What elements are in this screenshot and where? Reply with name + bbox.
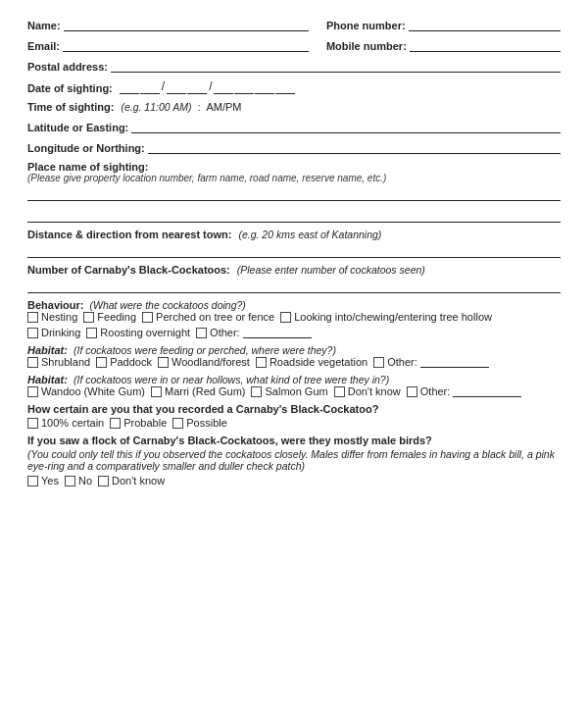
habitat2-other: Other: (407, 385, 522, 397)
email-input[interactable] (63, 38, 309, 52)
phone-label: Phone number: (326, 20, 406, 31)
date-year2[interactable] (234, 80, 254, 94)
h1other-input[interactable] (420, 356, 489, 368)
perched-checkbox[interactable] (142, 312, 153, 323)
postal-row: Postal address: (27, 59, 561, 73)
number-input[interactable] (27, 278, 561, 293)
postal-input[interactable] (111, 59, 561, 73)
yes-label: Yes (41, 475, 59, 486)
yes-checkbox[interactable] (27, 476, 38, 486)
habitat1-paddock: Paddock (96, 356, 152, 368)
certain100-checkbox[interactable] (27, 418, 38, 429)
name-phone-row: Name: Phone number: (27, 18, 561, 31)
time-row: Time of sighting: (e.g. 11:00 AM) : AM/P… (27, 101, 561, 113)
date-day[interactable] (120, 80, 139, 94)
behaviour-nesting: Nesting (27, 311, 77, 323)
distance-label: Distance & direction from nearest town: (27, 229, 231, 240)
salmon-checkbox[interactable] (251, 386, 262, 397)
fdontknow-checkbox[interactable] (98, 476, 109, 486)
habitat1-other: Other: (373, 356, 489, 368)
flock-label: If you saw a flock of Carnaby's Black-Co… (27, 435, 561, 446)
paddock-checkbox[interactable] (96, 357, 107, 368)
no-label: No (78, 475, 92, 486)
date-month[interactable] (167, 80, 186, 94)
feeding-label: Feeding (97, 311, 136, 323)
date-year3[interactable] (255, 80, 274, 94)
habitat2-row: Wandoo (White Gum) Marri (Red Gum) Salmo… (27, 385, 561, 397)
h2other-checkbox[interactable] (407, 386, 417, 397)
wandoo-checkbox[interactable] (27, 386, 38, 397)
time-label: Time of sighting: (27, 101, 114, 113)
habitat2-salmon: Salmon Gum (251, 385, 327, 397)
mobile-input[interactable] (410, 38, 561, 52)
certain-possible: Possible (172, 417, 227, 429)
habitat1-shrub: Shrubland (27, 356, 90, 368)
date-row: Date of sighting: / / (27, 79, 561, 94)
date-month2[interactable] (187, 80, 207, 94)
dontknow-checkbox[interactable] (334, 386, 345, 397)
drinking-label: Drinking (41, 327, 80, 338)
looking-checkbox[interactable] (280, 312, 291, 323)
h2other-input[interactable] (453, 385, 521, 397)
h1other-label: Other: (387, 356, 417, 368)
certain-label: How certain are you that you recorded a … (27, 403, 561, 415)
habitat2-label: Habitat: (27, 374, 68, 385)
other-checkbox[interactable] (196, 328, 207, 338)
name-input[interactable] (64, 18, 309, 31)
date-label: Date of sighting: (27, 82, 113, 94)
behaviour-note: (What were the cockatoos doing?) (90, 299, 246, 311)
other-label: Other: (210, 327, 240, 338)
lon-input[interactable] (148, 140, 561, 154)
habitat2-wandoo: Wandoo (White Gum) (27, 385, 145, 397)
flock-row: Yes No Don't know (27, 475, 561, 486)
probable-checkbox[interactable] (110, 418, 121, 429)
date-year4[interactable] (275, 80, 295, 94)
lat-label: Latitude or Easting: (27, 122, 128, 133)
dontknow-label: Don't know (348, 385, 401, 397)
other-input[interactable] (243, 327, 312, 338)
h1other-checkbox[interactable] (373, 357, 384, 368)
habitat1-note: (If cockatoos were feeding or perched, w… (74, 344, 336, 356)
possible-checkbox[interactable] (172, 418, 183, 429)
lat-row: Latitude or Easting: (27, 120, 561, 133)
behaviour-row2: Drinking Roosting overnight Other: (27, 327, 561, 338)
certain-100: 100% certain (27, 417, 104, 429)
date-day2[interactable] (140, 80, 160, 94)
place-label: Place name of sighting: (27, 161, 148, 173)
paddock-label: Paddock (110, 356, 152, 368)
number-note: (Please enter number of cockatoos seen) (237, 264, 425, 276)
no-checkbox[interactable] (65, 476, 75, 486)
distance-input[interactable] (27, 242, 561, 258)
feeding-checkbox[interactable] (83, 312, 94, 323)
woodland-checkbox[interactable] (158, 357, 169, 368)
distance-section: Distance & direction from nearest town: … (27, 229, 561, 258)
place-input[interactable] (27, 185, 561, 201)
roosting-checkbox[interactable] (86, 328, 97, 338)
habitat1-row: Shrubland Paddock Woodland/forest Roadsi… (27, 356, 561, 368)
behaviour-roosting: Roosting overnight (86, 327, 190, 338)
date-year1[interactable] (214, 80, 233, 94)
habitat1-roadside: Roadside vegetation (256, 356, 368, 368)
certain100-label: 100% certain (41, 417, 104, 429)
place-note: (Please give property location number, f… (27, 173, 561, 183)
mobile-label: Mobile number: (326, 40, 407, 52)
nesting-checkbox[interactable] (27, 312, 38, 323)
email-mobile-row: Email: Mobile number: (27, 38, 561, 52)
habitat1-label: Habitat: (27, 344, 68, 356)
roosting-label: Roosting overnight (100, 327, 190, 338)
lat-input[interactable] (131, 120, 561, 133)
drinking-checkbox[interactable] (27, 328, 38, 338)
marri-checkbox[interactable] (151, 386, 162, 397)
roadside-checkbox[interactable] (256, 357, 267, 368)
flock-yes: Yes (27, 475, 59, 486)
possible-label: Possible (186, 417, 227, 429)
flock-note: (You could only tell this if you observe… (27, 448, 561, 472)
behaviour-drinking: Drinking (27, 327, 80, 338)
place-input2[interactable] (27, 207, 561, 223)
time-example: (e.g. 11:00 AM) (121, 101, 191, 113)
nesting-label: Nesting (41, 311, 77, 323)
postal-label: Postal address: (27, 61, 108, 73)
shrub-checkbox[interactable] (27, 357, 38, 368)
time-ampm: AM/PM (206, 101, 241, 113)
phone-input[interactable] (409, 18, 561, 31)
